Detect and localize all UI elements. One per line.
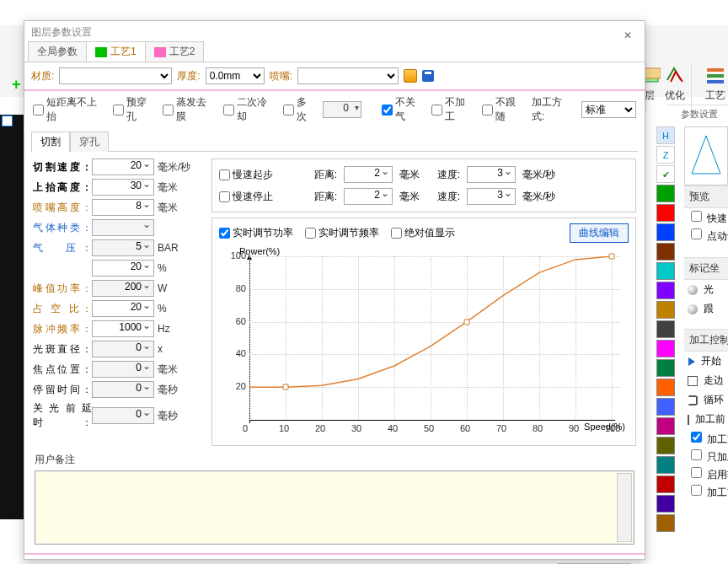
curve-edit-button[interactable]: 曲线编辑 [570, 223, 629, 243]
chk-only[interactable]: 只加工 [684, 449, 728, 465]
chk-before2[interactable]: 加工前 [684, 484, 728, 501]
spin-lift-height[interactable]: 30 [92, 179, 154, 196]
select-thickness[interactable]: 0.0mm [206, 67, 265, 84]
spin-pregap[interactable]: 0 [92, 407, 154, 424]
ribbon-section-label: 参数设置 [666, 105, 728, 121]
chk-multi[interactable]: 多次 [283, 95, 317, 124]
layer-swatch[interactable] [656, 340, 675, 357]
layer-swatch-z[interactable]: Z [656, 146, 675, 164]
chk-no-process[interactable]: 不加工 [431, 95, 474, 124]
chk-abs[interactable]: 绝对值显示 [391, 226, 455, 240]
spin-stop-speed[interactable]: 3 [467, 188, 516, 205]
curve-handle[interactable] [609, 254, 615, 260]
layer-swatch[interactable] [656, 301, 675, 319]
preview-canvas [684, 126, 728, 185]
spin-pressure[interactable]: 5 [92, 239, 154, 256]
layer-swatch[interactable] [656, 243, 675, 261]
label-mode: 加工方式: [532, 95, 575, 124]
spin-focus[interactable]: 0 [92, 361, 154, 378]
layer-swatch[interactable] [656, 495, 675, 513]
chk-softstart[interactable]: 启用软 [684, 466, 728, 483]
chk-vaporize[interactable]: 蒸发去膜 [163, 95, 216, 124]
layer-swatch-chk[interactable]: ✔ [656, 165, 675, 183]
btn-start[interactable]: 开始 [684, 352, 728, 371]
spin-cut-speed[interactable]: 20 [92, 158, 154, 175]
chk-no-lift[interactable]: 短距离不上抬 [33, 95, 106, 124]
spin-nozzle-height[interactable]: 8 [92, 199, 154, 216]
spin-spot[interactable]: 0 [92, 341, 154, 357]
layer-swatch[interactable] [656, 475, 675, 493]
layer-swatch[interactable] [656, 398, 675, 416]
btn-frame[interactable]: 走边 [684, 371, 728, 390]
spin-start-dist[interactable]: 2 [344, 166, 393, 183]
layer-swatch[interactable] [656, 282, 675, 299]
btn-before[interactable]: 加工前 [684, 410, 728, 429]
chk-fast[interactable]: 快速 [684, 210, 728, 227]
notes-label: 用户备注 [24, 446, 645, 470]
curve-handle[interactable] [464, 319, 470, 325]
chk-jog[interactable]: 点动切 [684, 228, 728, 244]
layer-swatch[interactable] [656, 320, 675, 338]
ribbon-btn-opt[interactable]: 优化 [654, 63, 696, 103]
layer-swatch[interactable] [656, 417, 675, 435]
ribbon-lbl-craft: 工艺 [705, 89, 725, 101]
layer-swatch[interactable] [656, 185, 675, 202]
tab-global[interactable]: 全局参数 [28, 41, 87, 62]
spin-gas-type[interactable] [92, 219, 154, 236]
chk-no-follow[interactable]: 不跟随 [482, 95, 525, 124]
section-ctrl: 加工控制 [684, 329, 728, 352]
add-icon[interactable]: + [12, 76, 21, 94]
chk-slow-stop[interactable]: 慢速停止 [219, 190, 273, 204]
origin-handle[interactable] [2, 115, 13, 126]
layer-swatch[interactable] [656, 359, 675, 377]
spin-peak-power[interactable]: 200 [92, 280, 154, 297]
chk-slow-start[interactable]: 慢速起步 [219, 168, 273, 182]
layer-swatch[interactable] [656, 437, 675, 454]
tab-cut[interactable]: 切割 [31, 132, 70, 153]
spin-duty[interactable]: 20 [92, 300, 154, 317]
select-mode[interactable]: 标准 [581, 101, 636, 118]
spin-multi[interactable]: 0 [323, 101, 361, 118]
chk-done[interactable]: 加工完 [684, 431, 728, 448]
notes-textarea[interactable] [35, 470, 634, 545]
chk-rt-freq[interactable]: 实时调节频率 [305, 226, 379, 240]
select-nozzle[interactable] [297, 67, 399, 84]
btn-mark-follow[interactable]: 跟 [684, 299, 728, 319]
open-icon[interactable] [404, 69, 417, 83]
layer-swatch[interactable] [656, 223, 675, 241]
ribbon-btn-craft[interactable]: 工艺 [694, 63, 728, 103]
layer-swatch[interactable] [656, 514, 675, 532]
sub-tabs: 切割 穿孔 [24, 132, 645, 152]
label-thickness: 厚度: [177, 69, 200, 83]
spin-dwell[interactable]: 0 [92, 381, 154, 398]
layer-swatch[interactable] [656, 456, 675, 474]
tab-pierce[interactable]: 穿孔 [70, 132, 109, 152]
chk-rt-power[interactable]: 实时调节功率 [219, 226, 293, 240]
spin-stop-dist[interactable]: 2 [344, 188, 393, 205]
label-material: 材质: [31, 69, 54, 83]
layer-swatch[interactable] [656, 379, 675, 396]
select-material[interactable] [59, 67, 172, 84]
layer-swatch-h[interactable]: H [656, 126, 675, 144]
save-icon[interactable] [422, 70, 434, 82]
layer-swatch[interactable] [656, 262, 675, 280]
chk-keep-gas[interactable]: 不关气 [382, 95, 425, 124]
curve-handle[interactable] [283, 384, 289, 390]
chk-prepierce[interactable]: 预穿孔 [113, 95, 156, 124]
spin-pulse[interactable]: 1000 [92, 320, 154, 337]
dialog-title: 图层参数设置 [31, 26, 92, 38]
power-curve-chart: Power(%) Speed(%) 2040608010001020304050… [219, 250, 629, 443]
btn-mark-light[interactable]: 光 [684, 280, 728, 299]
spin-peak20[interactable]: 20 [92, 260, 154, 277]
power-curve-panel: 实时调节功率 实时调节频率 绝对值显示 曲线编辑 Power(%) Speed(… [211, 218, 636, 446]
layer-params-dialog: 图层参数设置 ✕ 全局参数 工艺1 工艺2 材质: 厚度: 0.0mm 喷嘴: … [24, 20, 645, 560]
btn-loop[interactable]: 循环 [684, 390, 728, 410]
close-button[interactable]: ✕ [616, 24, 640, 40]
layer-color-strip[interactable]: H Z ✔ [656, 126, 675, 534]
layer-swatch[interactable] [656, 204, 675, 222]
chk-recool[interactable]: 二次冷却 [223, 95, 276, 124]
tab-craft1[interactable]: 工艺1 [86, 41, 146, 62]
tab-craft2[interactable]: 工艺2 [145, 41, 205, 62]
right-panel: 预览 快速 点动切 标记坐 光 跟 加工控制 开始 走边 循环 加工前 加工完 … [684, 126, 728, 500]
spin-start-speed[interactable]: 3 [467, 166, 516, 183]
